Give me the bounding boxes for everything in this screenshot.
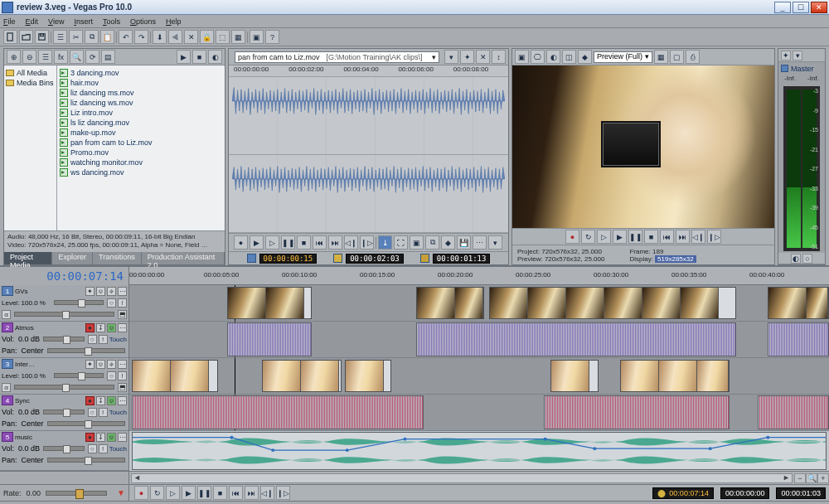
zoom-tool-icon[interactable]: 🔍 <box>806 473 817 483</box>
tab-project-media[interactable]: Project Media <box>4 252 52 264</box>
tab-explorer[interactable]: Explorer <box>52 252 93 264</box>
comp-mode-icon[interactable]: α <box>2 383 11 392</box>
mono-icon[interactable]: ○ <box>802 254 812 264</box>
comp-slider[interactable] <box>14 312 114 317</box>
paste-icon[interactable]: 📋 <box>100 30 114 44</box>
remove-media-icon[interactable]: ⊖ <box>22 50 36 64</box>
properties-icon[interactable]: ☰ <box>53 30 67 44</box>
trimmer-path[interactable]: pan from cam to Liz.mov [G:\Motion Train… <box>235 51 439 63</box>
zoom-in-icon[interactable]: + <box>817 473 829 483</box>
video-clip[interactable] <box>132 360 218 392</box>
timecode-selection-start[interactable]: 00:00:00:00 <box>720 487 770 499</box>
audio-clip[interactable] <box>544 395 730 429</box>
video-clip[interactable] <box>262 360 342 392</box>
add-to-timeline-icon[interactable]: ⤓ <box>378 235 392 250</box>
bypass-fx-icon[interactable]: ✦ <box>85 360 95 369</box>
folder-all-media[interactable]: All Media <box>6 68 55 78</box>
trimmer-body[interactable]: 00:00:00:00 00:00:02:00 00:00:04:00 00:0… <box>229 65 508 233</box>
menu-insert[interactable]: Insert <box>74 17 93 26</box>
list-item[interactable]: pan from cam to Liz.mov <box>59 138 223 148</box>
automation-icon[interactable]: ⎊ <box>96 360 105 369</box>
video-clip[interactable] <box>550 360 599 392</box>
preview-quality-select[interactable]: Preview (Full) ▾ <box>594 51 652 63</box>
audio-clip[interactable] <box>132 395 424 429</box>
quality-icon[interactable]: ◆ <box>578 50 592 64</box>
level-meter[interactable]: -3-9-15-21-27-33-39-45-51 <box>783 86 820 251</box>
solo-icon[interactable]: ! <box>118 298 127 308</box>
trimmer-ruler[interactable]: 00:00:00:00 00:00:02:00 00:00:04:00 00:0… <box>229 65 508 77</box>
video-clip[interactable] <box>620 360 730 392</box>
save-icon[interactable] <box>35 30 49 44</box>
list-item[interactable]: ws dancing.mov <box>59 167 223 177</box>
mute-icon[interactable]: ○ <box>107 371 116 380</box>
pause-icon[interactable]: ❚❚ <box>281 235 295 250</box>
list-item[interactable]: Liz intro.mov <box>59 108 223 118</box>
pause-icon[interactable]: ❚❚ <box>197 486 211 500</box>
refresh-icon[interactable]: ⟳ <box>85 50 99 64</box>
menu-tools[interactable]: Tools <box>103 17 120 26</box>
subclip-icon[interactable]: ▣ <box>410 235 424 250</box>
track-header-sync[interactable]: 4Sync●↧⎊⋯ Vol:0.0 dB○!Touch Pan:Center <box>0 395 128 431</box>
list-item[interactable]: liz dancing ms.mov <box>59 88 223 98</box>
level-slider[interactable] <box>54 373 104 378</box>
prev-frame-icon[interactable]: ◁❙ <box>691 230 705 244</box>
master-settings-icon[interactable]: ▾ <box>793 51 802 61</box>
clear-icon[interactable]: ✕ <box>476 50 490 64</box>
track-lane-music[interactable] <box>129 431 829 471</box>
more-icon[interactable]: ⋯ <box>118 287 127 296</box>
track-name[interactable]: Inter… <box>15 361 84 368</box>
solo-icon[interactable]: ! <box>118 371 127 380</box>
loop-icon[interactable]: ↻ <box>150 486 164 500</box>
timeline-ruler[interactable]: 00:00:00:0000:00:05:0000:00:10:0000:00:1… <box>129 267 829 285</box>
menu-view[interactable]: View <box>48 17 64 26</box>
rate-slider[interactable] <box>46 491 107 496</box>
fx-icon[interactable]: ✦ <box>460 50 474 64</box>
media-properties-icon[interactable]: ☰ <box>38 50 52 64</box>
level-slider[interactable] <box>54 300 104 305</box>
audio-clip[interactable] <box>132 432 827 470</box>
go-end-icon[interactable]: ⏭ <box>245 486 259 500</box>
solo-icon[interactable]: ! <box>99 444 108 453</box>
next-frame-icon[interactable]: ❙▷ <box>360 235 374 250</box>
ignore-icon[interactable]: ⬚ <box>216 30 230 44</box>
fx-icon[interactable]: ⎊ <box>107 396 116 405</box>
prev-frame-icon[interactable]: ◁❙ <box>344 235 358 250</box>
list-item[interactable]: hair.mov <box>59 78 223 88</box>
track-fx-icon[interactable]: ⎆ <box>107 360 116 369</box>
go-start-icon[interactable]: ⏮ <box>660 230 674 244</box>
vol-slider[interactable] <box>43 446 85 451</box>
horizontal-scrollbar[interactable] <box>131 473 793 483</box>
minimize-button[interactable]: _ <box>774 2 791 13</box>
preview-viewport[interactable] <box>512 65 774 228</box>
list-item[interactable]: liz dancing ws.mov <box>59 98 223 108</box>
new-icon[interactable] <box>3 30 17 44</box>
undo-icon[interactable]: ↶ <box>119 30 133 44</box>
audio-clip[interactable] <box>758 395 829 429</box>
next-frame-icon[interactable]: ❙▷ <box>707 230 721 244</box>
list-item[interactable]: watching monitor.mov <box>59 158 223 167</box>
media-fx-icon[interactable]: fx <box>54 50 68 64</box>
automation-mode[interactable]: Touch <box>109 409 127 416</box>
automation-mode[interactable]: Touch <box>109 445 127 453</box>
stop-media-icon[interactable]: ■ <box>192 50 206 64</box>
counter-value[interactable]: 00:00:00:15 <box>259 254 318 264</box>
track-name[interactable]: Sync <box>15 397 84 405</box>
timecode-cursor[interactable]: ⬤00:00:07:14 <box>652 487 714 499</box>
autopreview-icon[interactable]: ◐ <box>208 50 222 64</box>
more-icon[interactable]: ⋯ <box>118 433 127 442</box>
save-markers-icon[interactable]: 💾 <box>457 235 471 250</box>
vol-slider[interactable] <box>43 337 85 342</box>
record-icon[interactable]: ● <box>234 235 248 250</box>
dim-icon[interactable]: ◐ <box>791 254 801 264</box>
audio-clip[interactable] <box>227 322 312 356</box>
cut-icon[interactable]: ✂ <box>69 30 83 44</box>
make-child-icon[interactable]: ⬒ <box>118 310 127 319</box>
list-item[interactable]: Promo.mov <box>59 148 223 158</box>
tab-transitions[interactable]: Transitions <box>93 252 142 264</box>
sort-icon[interactable]: ↕ <box>492 50 506 64</box>
close-button[interactable]: ✕ <box>811 2 827 13</box>
arm-record-icon[interactable]: ● <box>85 323 95 332</box>
views-icon[interactable]: ▤ <box>101 50 115 64</box>
mute-icon[interactable]: ○ <box>88 408 97 417</box>
menu-file[interactable]: File <box>3 17 16 26</box>
